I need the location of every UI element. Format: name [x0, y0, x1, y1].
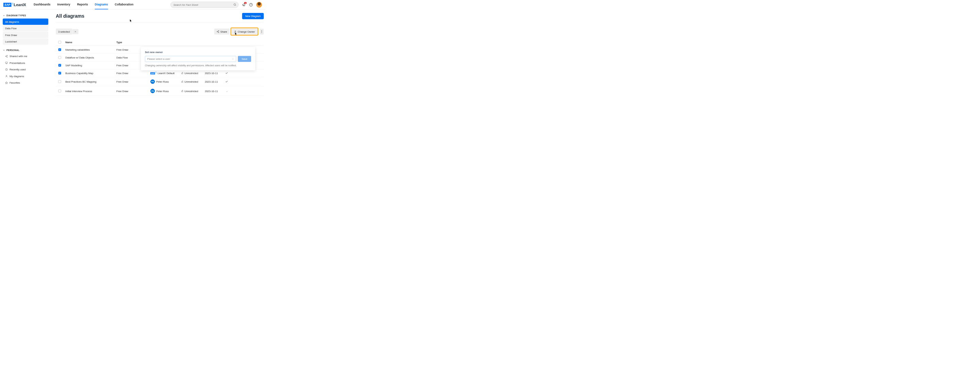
share-icon: [5, 55, 8, 57]
popover-title: Set new owner: [145, 51, 251, 54]
sidebar-item-all-diagrams[interactable]: All diagrams: [3, 19, 48, 25]
cell-name: Marketing cababilities: [64, 48, 115, 51]
select-all-header: [56, 41, 64, 44]
table-row[interactable]: Best Practices BC MappingFree DrawPSPete…: [56, 77, 264, 87]
nav-item-reports[interactable]: Reports: [77, 0, 88, 9]
owner-name: LeanIX Default: [158, 72, 175, 75]
row-checkbox[interactable]: [59, 48, 61, 51]
svg-line-21: [218, 32, 218, 32]
sidebar-section-title: PERSONAL: [6, 49, 19, 52]
owner-avatar: PS: [150, 79, 155, 84]
sidebar-item-presentations[interactable]: Presentations: [3, 60, 48, 66]
owner-select-placeholder: Please select a user: [147, 57, 170, 60]
more-actions-button[interactable]: [259, 28, 264, 34]
main-content: All diagrams New Diagram 3 selected Shar…: [51, 9, 266, 99]
sidebar-item-label: Favorites: [10, 81, 20, 84]
sidebar-item-shared-with-me[interactable]: Shared with me: [3, 53, 48, 60]
cell-name: Business Capability Map: [64, 72, 115, 75]
change-owner-button[interactable]: Change Owner: [232, 28, 257, 35]
change-owner-popover: Set new owner Please select a user Save …: [141, 47, 255, 70]
selection-toolbar: 3 selected Share Change Owner: [56, 27, 264, 36]
svg-point-4: [7, 55, 8, 56]
sidebar-item-favorites[interactable]: Favorites: [3, 79, 48, 86]
cell-flag: [224, 80, 231, 83]
unlock-icon: [181, 90, 183, 92]
cell-name: Best Practices BC Mapping: [64, 80, 115, 83]
divider: [56, 22, 264, 23]
sidebar: DIAGRAM TYPES All diagramsData FlowFree …: [0, 9, 51, 99]
nav-item-collaboration[interactable]: Collaboration: [115, 0, 134, 9]
app-header: SAP LeanIX DashboardsInventoryReportsDia…: [0, 0, 266, 9]
user-avatar[interactable]: [256, 2, 262, 8]
column-flag: [224, 41, 231, 44]
nav-item-diagrams[interactable]: Diagrams: [95, 0, 108, 9]
logo[interactable]: SAP LeanIX: [3, 2, 26, 7]
person-icon: [234, 30, 237, 33]
row-checkbox[interactable]: [59, 90, 61, 92]
popover-hint: Changing ownership will affect visibilit…: [145, 64, 251, 66]
sidebar-item-label: Presentations: [10, 62, 25, 65]
search-input[interactable]: [170, 2, 239, 8]
search-icon[interactable]: [234, 3, 237, 6]
nav-item-dashboards[interactable]: Dashboards: [34, 0, 50, 9]
cell-date: 2023-10-11: [203, 89, 224, 92]
nav-item-inventory[interactable]: Inventory: [57, 0, 70, 9]
main-nav: DashboardsInventoryReportsDiagramsCollab…: [34, 0, 134, 9]
svg-line-20: [218, 31, 218, 31]
svg-point-13: [6, 75, 7, 76]
sidebar-section-title: DIAGRAM TYPES: [6, 14, 26, 17]
sidebar-list-personal: Shared with mePresentationsRecently used…: [3, 53, 48, 86]
cell-flag: -: [224, 89, 231, 92]
column-owner: [149, 41, 179, 44]
select-all-checkbox[interactable]: [59, 41, 61, 44]
cell-type: Free Draw: [115, 89, 149, 92]
new-diagram-button[interactable]: New Diagram: [242, 13, 264, 19]
notification-badge: 6: [244, 2, 247, 4]
selection-count: 3 selected: [56, 28, 72, 35]
owner-avatar: SAP: [150, 72, 156, 75]
chevron-down-icon: [232, 58, 234, 60]
sidebar-section-personal[interactable]: PERSONAL: [3, 49, 48, 52]
sidebar-item-label: Recently used: [10, 68, 26, 71]
cell-access: Unrestricted: [179, 80, 203, 83]
share-icon: [217, 30, 220, 33]
sidebar-item-lucidchart[interactable]: Lucidchart: [3, 38, 48, 45]
owner-name: Peter Ross: [156, 89, 169, 92]
svg-point-23: [261, 30, 262, 31]
svg-line-7: [6, 55, 7, 56]
sidebar-section-diagram-types[interactable]: DIAGRAM TYPES: [3, 14, 48, 17]
table-row[interactable]: Initial Interview ProcessFree DrawPSPete…: [56, 86, 264, 96]
svg-point-19: [218, 32, 219, 33]
logo-triangle: [11, 3, 13, 7]
sidebar-item-free-draw[interactable]: Free Draw: [3, 32, 48, 38]
help-icon[interactable]: [249, 3, 253, 6]
star-icon: [5, 81, 8, 84]
clear-selection-button[interactable]: [73, 29, 79, 34]
svg-point-22: [235, 31, 236, 32]
row-checkbox[interactable]: [59, 72, 61, 74]
cell-date: 2023-10-11: [203, 72, 224, 75]
share-button[interactable]: Share: [215, 28, 230, 35]
svg-rect-30: [181, 91, 183, 92]
search-box: [170, 2, 239, 8]
cell-access: Unrestricted: [179, 72, 203, 75]
sidebar-item-my-diagrams[interactable]: My diagrams: [3, 73, 48, 79]
owner-select[interactable]: Please select a user: [145, 56, 236, 62]
column-access: [179, 41, 203, 44]
row-checkbox[interactable]: [59, 80, 61, 83]
announcements-icon[interactable]: 6: [242, 3, 246, 6]
unlock-icon: [181, 81, 183, 83]
row-checkbox[interactable]: [59, 64, 61, 66]
sidebar-item-data-flow[interactable]: Data Flow: [3, 25, 48, 32]
column-type[interactable]: Type: [115, 41, 149, 44]
row-checkbox[interactable]: [59, 56, 61, 59]
owner-avatar: PS: [150, 89, 155, 93]
highlight-box: Change Owner: [231, 27, 258, 36]
check-icon: [225, 72, 228, 74]
svg-point-0: [234, 3, 235, 5]
column-name[interactable]: Name: [64, 41, 115, 44]
sidebar-item-label: My diagrams: [10, 75, 24, 78]
svg-point-18: [217, 31, 218, 32]
save-button[interactable]: Save: [238, 56, 251, 62]
sidebar-item-recently-used[interactable]: Recently used: [3, 66, 48, 73]
